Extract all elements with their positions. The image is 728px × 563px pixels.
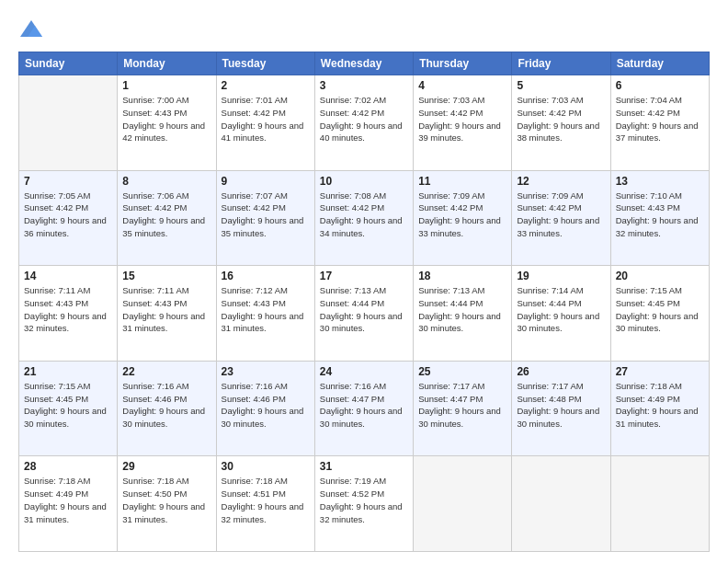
day-number: 12: [517, 175, 605, 188]
calendar-cell: 6Sunrise: 7:04 AMSunset: 4:42 PMDaylight…: [610, 75, 709, 171]
day-info: Sunrise: 7:02 AMSunset: 4:42 PMDaylight:…: [320, 94, 408, 144]
day-number: 20: [616, 270, 704, 282]
day-info: Sunrise: 7:18 AMSunset: 4:51 PMDaylight:…: [222, 475, 310, 525]
day-number: 24: [320, 365, 408, 378]
day-info: Sunrise: 7:16 AMSunset: 4:46 PMDaylight:…: [122, 380, 210, 431]
weekday-header-saturday: Saturday: [610, 52, 709, 75]
day-info: Sunrise: 7:12 AMSunset: 4:43 PMDaylight:…: [222, 284, 310, 335]
week-row-3: 14Sunrise: 7:11 AMSunset: 4:43 PMDayligh…: [19, 266, 710, 362]
day-info: Sunrise: 7:08 AMSunset: 4:42 PMDaylight:…: [320, 190, 408, 240]
week-row-1: 1Sunrise: 7:00 AMSunset: 4:43 PMDaylight…: [19, 75, 710, 171]
calendar-cell: 31Sunrise: 7:19 AMSunset: 4:52 PMDayligh…: [314, 456, 413, 552]
weekday-header-row: SundayMondayTuesdayWednesdayThursdayFrid…: [19, 52, 710, 75]
day-number: 29: [122, 460, 210, 473]
day-number: 30: [222, 460, 310, 473]
day-info: Sunrise: 7:01 AMSunset: 4:42 PMDaylight:…: [222, 94, 310, 144]
day-info: Sunrise: 7:07 AMSunset: 4:42 PMDaylight:…: [222, 190, 310, 240]
day-number: 15: [122, 270, 210, 282]
day-number: 10: [320, 175, 408, 188]
calendar-cell: 3Sunrise: 7:02 AMSunset: 4:42 PMDaylight…: [314, 75, 413, 171]
page: SundayMondayTuesdayWednesdayThursdayFrid…: [0, 0, 728, 563]
day-number: 27: [616, 365, 704, 378]
day-info: Sunrise: 7:11 AMSunset: 4:43 PMDaylight:…: [24, 284, 112, 335]
day-info: Sunrise: 7:04 AMSunset: 4:42 PMDaylight:…: [616, 94, 704, 144]
calendar-cell: 19Sunrise: 7:14 AMSunset: 4:44 PMDayligh…: [512, 266, 610, 362]
calendar-cell: 23Sunrise: 7:16 AMSunset: 4:46 PMDayligh…: [216, 361, 314, 456]
calendar-cell: 22Sunrise: 7:16 AMSunset: 4:46 PMDayligh…: [118, 361, 216, 456]
calendar-cell: 11Sunrise: 7:09 AMSunset: 4:42 PMDayligh…: [414, 170, 512, 266]
weekday-header-thursday: Thursday: [414, 52, 512, 75]
logo-icon: [18, 17, 44, 42]
calendar-cell: [19, 75, 118, 171]
day-number: 1: [122, 79, 210, 92]
calendar-cell: 29Sunrise: 7:18 AMSunset: 4:50 PMDayligh…: [118, 456, 216, 552]
calendar-cell: 18Sunrise: 7:13 AMSunset: 4:44 PMDayligh…: [414, 266, 512, 362]
day-info: Sunrise: 7:14 AMSunset: 4:44 PMDaylight:…: [517, 284, 605, 335]
calendar-cell: 5Sunrise: 7:03 AMSunset: 4:42 PMDaylight…: [512, 75, 610, 171]
calendar-cell: 12Sunrise: 7:09 AMSunset: 4:42 PMDayligh…: [512, 170, 610, 266]
calendar-cell: 14Sunrise: 7:11 AMSunset: 4:43 PMDayligh…: [19, 266, 118, 362]
calendar-table: SundayMondayTuesdayWednesdayThursdayFrid…: [18, 52, 710, 552]
day-number: 19: [517, 270, 605, 282]
day-number: 9: [222, 175, 310, 188]
calendar-cell: 28Sunrise: 7:18 AMSunset: 4:49 PMDayligh…: [19, 456, 118, 552]
day-number: 14: [24, 270, 112, 282]
day-info: Sunrise: 7:05 AMSunset: 4:42 PMDaylight:…: [24, 190, 112, 240]
calendar-cell: 9Sunrise: 7:07 AMSunset: 4:42 PMDaylight…: [216, 170, 314, 266]
day-number: 25: [418, 365, 506, 378]
day-info: Sunrise: 7:18 AMSunset: 4:49 PMDaylight:…: [24, 475, 112, 525]
day-info: Sunrise: 7:06 AMSunset: 4:42 PMDaylight:…: [122, 190, 210, 240]
day-number: 4: [418, 79, 506, 92]
day-number: 18: [418, 270, 506, 282]
day-info: Sunrise: 7:15 AMSunset: 4:45 PMDaylight:…: [24, 380, 112, 431]
day-number: 23: [222, 365, 310, 378]
day-info: Sunrise: 7:19 AMSunset: 4:52 PMDaylight:…: [320, 475, 408, 525]
calendar-cell: 10Sunrise: 7:08 AMSunset: 4:42 PMDayligh…: [314, 170, 413, 266]
day-number: 8: [122, 175, 210, 188]
day-info: Sunrise: 7:17 AMSunset: 4:48 PMDaylight:…: [517, 380, 605, 431]
calendar-cell: [610, 456, 709, 552]
calendar-cell: 26Sunrise: 7:17 AMSunset: 4:48 PMDayligh…: [512, 361, 610, 456]
weekday-header-tuesday: Tuesday: [216, 52, 314, 75]
header: [18, 17, 710, 42]
logo: [18, 17, 48, 42]
day-number: 26: [517, 365, 605, 378]
day-number: 28: [24, 460, 112, 473]
weekday-header-wednesday: Wednesday: [314, 52, 413, 75]
calendar-cell: 30Sunrise: 7:18 AMSunset: 4:51 PMDayligh…: [216, 456, 314, 552]
weekday-header-friday: Friday: [512, 52, 610, 75]
week-row-2: 7Sunrise: 7:05 AMSunset: 4:42 PMDaylight…: [19, 170, 710, 266]
calendar-cell: 4Sunrise: 7:03 AMSunset: 4:42 PMDaylight…: [414, 75, 512, 171]
day-info: Sunrise: 7:16 AMSunset: 4:47 PMDaylight:…: [320, 380, 408, 431]
day-number: 6: [616, 79, 704, 92]
day-number: 31: [320, 460, 408, 473]
calendar-cell: [414, 456, 512, 552]
calendar-cell: 20Sunrise: 7:15 AMSunset: 4:45 PMDayligh…: [610, 266, 709, 362]
calendar-cell: 17Sunrise: 7:13 AMSunset: 4:44 PMDayligh…: [314, 266, 413, 362]
calendar-cell: 13Sunrise: 7:10 AMSunset: 4:43 PMDayligh…: [610, 170, 709, 266]
day-info: Sunrise: 7:17 AMSunset: 4:47 PMDaylight:…: [418, 380, 506, 431]
calendar-cell: 2Sunrise: 7:01 AMSunset: 4:42 PMDaylight…: [216, 75, 314, 171]
day-info: Sunrise: 7:11 AMSunset: 4:43 PMDaylight:…: [122, 284, 210, 335]
day-info: Sunrise: 7:18 AMSunset: 4:50 PMDaylight:…: [122, 475, 210, 525]
calendar-cell: 16Sunrise: 7:12 AMSunset: 4:43 PMDayligh…: [216, 266, 314, 362]
day-number: 13: [616, 175, 704, 188]
weekday-header-monday: Monday: [118, 52, 216, 75]
day-info: Sunrise: 7:10 AMSunset: 4:43 PMDaylight:…: [616, 190, 704, 240]
day-number: 16: [222, 270, 310, 282]
calendar-cell: 1Sunrise: 7:00 AMSunset: 4:43 PMDaylight…: [118, 75, 216, 171]
day-info: Sunrise: 7:09 AMSunset: 4:42 PMDaylight:…: [418, 190, 506, 240]
day-info: Sunrise: 7:18 AMSunset: 4:49 PMDaylight:…: [616, 380, 704, 431]
calendar-cell: 27Sunrise: 7:18 AMSunset: 4:49 PMDayligh…: [610, 361, 709, 456]
day-info: Sunrise: 7:13 AMSunset: 4:44 PMDaylight:…: [320, 284, 408, 335]
calendar-cell: 15Sunrise: 7:11 AMSunset: 4:43 PMDayligh…: [118, 266, 216, 362]
day-number: 2: [222, 79, 310, 92]
calendar-cell: 25Sunrise: 7:17 AMSunset: 4:47 PMDayligh…: [414, 361, 512, 456]
day-info: Sunrise: 7:16 AMSunset: 4:46 PMDaylight:…: [222, 380, 310, 431]
weekday-header-sunday: Sunday: [19, 52, 118, 75]
week-row-5: 28Sunrise: 7:18 AMSunset: 4:49 PMDayligh…: [19, 456, 710, 552]
day-info: Sunrise: 7:03 AMSunset: 4:42 PMDaylight:…: [418, 94, 506, 144]
day-number: 5: [517, 79, 605, 92]
day-number: 21: [24, 365, 112, 378]
day-info: Sunrise: 7:13 AMSunset: 4:44 PMDaylight:…: [418, 284, 506, 335]
